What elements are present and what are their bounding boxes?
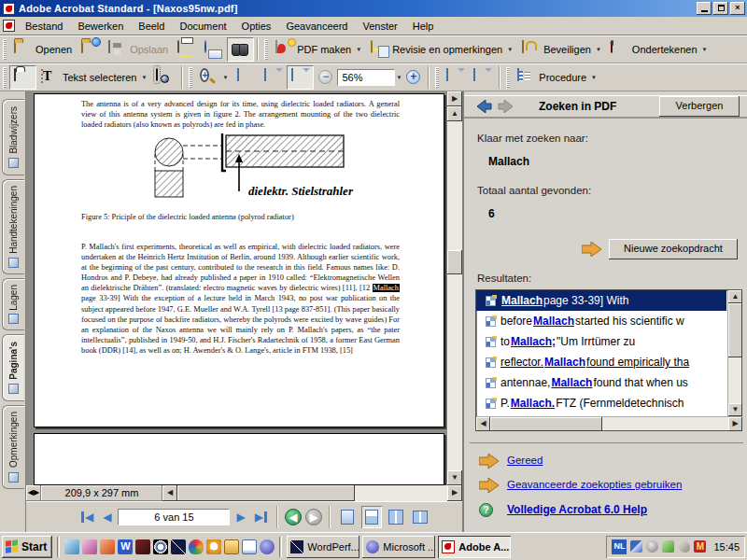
quick-launch-notepad-icon[interactable] xyxy=(242,539,257,554)
menu-bewerken[interactable]: Bewerken xyxy=(70,19,131,34)
language-indicator[interactable]: NL xyxy=(612,539,627,554)
zoom-level-field[interactable]: 56% xyxy=(337,69,395,86)
toolbar-grip[interactable] xyxy=(3,67,7,88)
open-button[interactable]: Openen xyxy=(9,37,77,62)
first-page-button[interactable]: ◀ xyxy=(78,507,96,527)
taskbar-button-microsoft[interactable]: Microsoft ... xyxy=(362,536,435,558)
scroll-up-icon[interactable]: ▲ xyxy=(728,290,742,303)
scrollbar-thumb[interactable] xyxy=(177,485,355,501)
panel-splitter-arrow-icon[interactable]: ▶ xyxy=(447,91,462,106)
search-button[interactable] xyxy=(227,37,254,62)
pdf-make-button[interactable]: PDF maken▼ xyxy=(271,37,366,62)
zoom-tool-button[interactable]: + ▼ xyxy=(195,65,233,90)
quick-launch-icon[interactable] xyxy=(100,539,115,554)
page-number-field[interactable]: 6 van 15 xyxy=(118,509,230,525)
zoom-out-button[interactable]: − xyxy=(314,65,337,90)
open-web-button[interactable] xyxy=(77,37,104,62)
tray-mcafee-icon[interactable]: M xyxy=(694,540,706,553)
toolbar-grip[interactable] xyxy=(506,67,510,88)
menu-venster[interactable]: Venster xyxy=(355,19,404,34)
scroll-left-icon[interactable]: ◀ xyxy=(162,485,177,501)
quick-launch-folder-icon[interactable] xyxy=(224,539,239,554)
tab-paginas[interactable]: Pagina's xyxy=(2,334,24,401)
menu-document[interactable]: Document xyxy=(172,19,233,34)
search-result-item[interactable]: P. Mallach. FTZ (Fernmeldetechnisch xyxy=(476,393,726,413)
scroll-down-icon[interactable]: ▼ xyxy=(728,403,742,416)
document-pane[interactable]: The antenna is of a very advanced design… xyxy=(26,91,447,485)
tab-handtekeningen[interactable]: Handtekeningen xyxy=(2,179,24,274)
previous-page-button[interactable]: ◀ xyxy=(100,507,114,527)
tray-icon[interactable] xyxy=(662,540,674,553)
sign-button[interactable]: Ondertekenen▼ xyxy=(606,37,712,62)
tab-lagen[interactable]: Lagen xyxy=(2,278,24,330)
menu-help[interactable]: Help xyxy=(405,19,442,34)
procedure-button[interactable]: Procedure▼ xyxy=(513,65,601,90)
menu-beeld[interactable]: Beeld xyxy=(131,19,172,34)
done-link[interactable]: Gereed xyxy=(507,455,543,466)
menu-geavanceerd[interactable]: Geavanceerd xyxy=(278,19,355,34)
single-page-layout-button[interactable] xyxy=(337,506,358,528)
toolbar-grip[interactable] xyxy=(3,39,7,60)
document-vertical-scrollbar[interactable]: ▶ ▲ ▼ xyxy=(447,91,462,485)
results-horizontal-scrollbar[interactable]: ◀ ▶ xyxy=(476,416,742,430)
taskbar-button-wordperfect[interactable]: WordPerf... xyxy=(287,536,359,558)
select-text-button[interactable]: T Tekst selecteren▼ xyxy=(36,65,151,90)
toolbar-grip[interactable] xyxy=(264,39,268,60)
print-button[interactable] xyxy=(173,37,200,62)
zoom-in-button[interactable]: + xyxy=(402,65,425,90)
save-button[interactable]: Opslaan xyxy=(104,37,173,62)
scroll-down-icon[interactable]: ▼ xyxy=(447,470,462,485)
restore-button[interactable] xyxy=(713,2,728,15)
menu-bestand[interactable]: Bestand xyxy=(18,19,70,34)
quick-launch-icon[interactable] xyxy=(82,539,97,554)
taskbar-button-adobe[interactable]: Adobe A... xyxy=(438,536,511,558)
full-help-link[interactable]: Volledige Acrobat 6.0 Help xyxy=(507,503,647,516)
scroll-right-icon[interactable]: ▶ xyxy=(728,417,742,431)
quick-launch-eye-icon[interactable] xyxy=(153,539,168,554)
tray-icon[interactable] xyxy=(646,540,658,553)
start-button[interactable]: Start xyxy=(2,536,52,558)
continuous-layout-button[interactable] xyxy=(361,506,382,528)
quick-launch-balloon-icon[interactable] xyxy=(189,539,204,554)
next-page-button[interactable]: ▶ xyxy=(233,507,247,527)
scrollbar-thumb[interactable] xyxy=(490,417,602,431)
next-view-button[interactable] xyxy=(469,65,496,90)
search-result-item[interactable]: Mallach page 33-39] With xyxy=(476,290,726,311)
quick-launch-word-icon[interactable]: W xyxy=(118,539,133,554)
scrollbar-thumb[interactable] xyxy=(447,250,462,274)
search-result-item[interactable]: reflector. Mallach found empirically tha xyxy=(476,352,726,372)
scroll-up-icon[interactable]: ▲ xyxy=(447,106,462,121)
previous-view-circle-button[interactable]: ◀ xyxy=(285,509,302,525)
quick-launch-wordperfect-icon[interactable] xyxy=(171,539,186,554)
results-vertical-scrollbar[interactable]: ▲ ▼ xyxy=(727,290,741,416)
toolbar-grip[interactable] xyxy=(435,67,439,88)
document-horizontal-scrollbar[interactable]: ◀ ▶ xyxy=(162,485,462,501)
previous-view-button[interactable] xyxy=(442,65,469,90)
snapshot-button[interactable] xyxy=(151,65,178,90)
quick-launch-clock-icon[interactable] xyxy=(206,539,221,554)
close-button[interactable]: × xyxy=(730,2,745,15)
search-result-item[interactable]: to Mallach; "Um Irrtümer zu xyxy=(476,331,726,352)
scrollbar-thumb[interactable] xyxy=(728,303,742,357)
advanced-search-link[interactable]: Geavanceerde zoekopties gebruiken xyxy=(507,479,682,490)
quick-launch-icon[interactable] xyxy=(260,539,275,554)
tray-network-icon[interactable] xyxy=(630,540,642,553)
splitter-handle-icon[interactable]: ◀▶ xyxy=(26,485,41,501)
hand-tool-button[interactable] xyxy=(9,65,36,90)
tab-opmerkingen[interactable]: Opmerkingen xyxy=(2,405,24,489)
next-view-circle-button[interactable]: ▶ xyxy=(305,509,322,525)
pdf-page-next[interactable] xyxy=(34,433,444,485)
tray-mouse-icon[interactable] xyxy=(678,540,690,553)
new-search-button[interactable]: Nieuwe zoekopdracht xyxy=(609,239,738,259)
facing-layout-button[interactable] xyxy=(410,506,430,528)
back-arrow-icon[interactable] xyxy=(477,100,492,113)
hide-panel-button[interactable]: Verbergen xyxy=(659,96,740,117)
search-result-item[interactable]: before Mallach started his scientific w xyxy=(476,311,726,331)
continuous-facing-layout-button[interactable] xyxy=(386,506,406,528)
quick-launch-mail-icon[interactable] xyxy=(64,539,79,554)
actual-size-button[interactable] xyxy=(233,65,260,90)
review-comment-button[interactable]: Revisie en opmerkingen▼ xyxy=(366,37,517,62)
pdf-page[interactable]: The antenna is of a very advanced design… xyxy=(34,93,444,427)
scroll-left-icon[interactable]: ◀ xyxy=(476,417,490,431)
toolbar-grip[interactable] xyxy=(189,67,192,88)
